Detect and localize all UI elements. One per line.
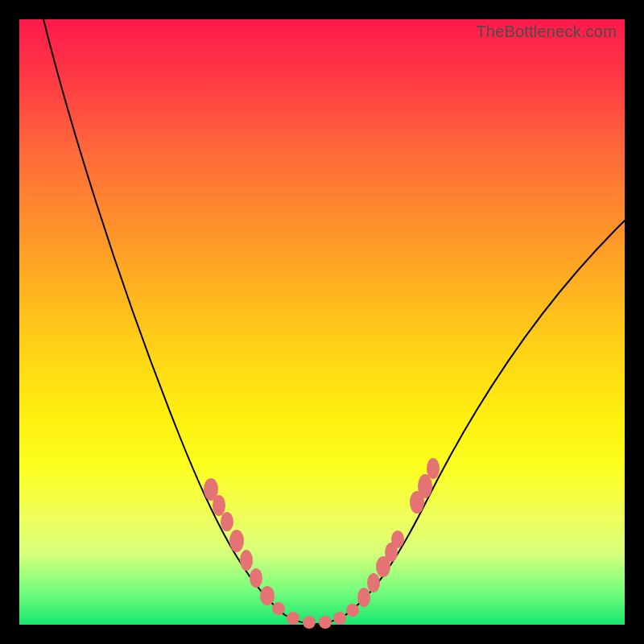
- marker-valley-6: [346, 604, 359, 617]
- marker-right-5: [391, 530, 404, 548]
- marker-valley-4: [319, 616, 332, 629]
- marker-right-8: [427, 458, 440, 479]
- marker-left-6: [250, 568, 262, 588]
- chart-svg: [19, 19, 625, 625]
- marker-left-7: [260, 586, 275, 605]
- marker-right-1: [357, 588, 370, 607]
- marker-valley-1: [272, 602, 285, 615]
- marker-valley-2: [287, 612, 299, 625]
- chart-frame: TheBottleneck.com: [0, 0, 644, 644]
- bottleneck-curve: [43, 19, 625, 624]
- marker-left-3: [221, 512, 233, 531]
- marker-right-2: [367, 573, 380, 592]
- marker-left-4: [229, 530, 244, 552]
- marker-valley-5: [333, 612, 346, 625]
- marker-valley-3: [303, 616, 316, 629]
- marker-left-2: [213, 495, 225, 516]
- chart-plot-area: TheBottleneck.com: [19, 19, 625, 625]
- marker-left-5: [240, 550, 253, 571]
